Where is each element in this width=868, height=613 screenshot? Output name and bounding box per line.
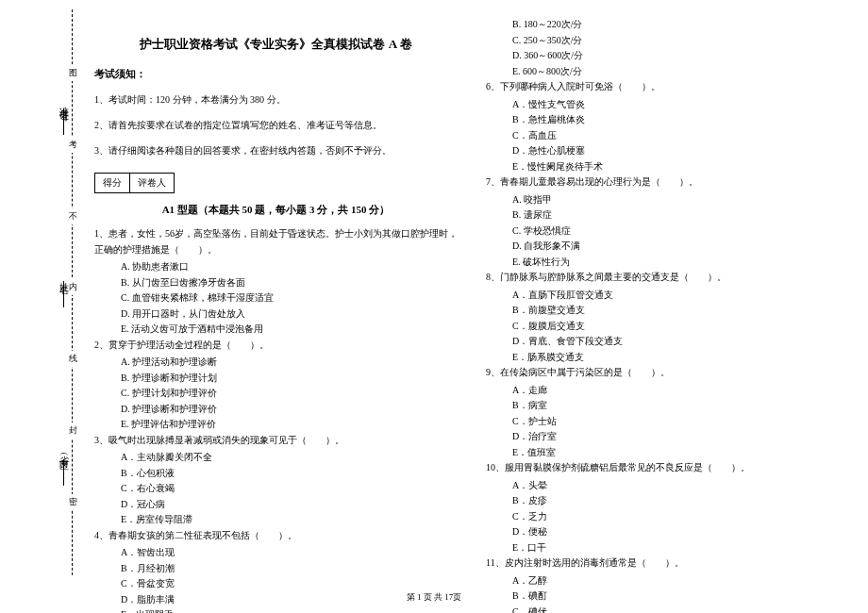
question-option: C．碘伏 bbox=[486, 605, 849, 614]
question-option: B．心包积液 bbox=[94, 466, 458, 482]
section-title: A1 型题（本题共 50 题，每小题 3 分，共 150 分） bbox=[94, 203, 458, 217]
question-option: A．头晕 bbox=[486, 478, 849, 494]
question-option: D．胃底、食管下段交通支 bbox=[486, 334, 849, 350]
grader-cell: 评卷人 bbox=[130, 174, 174, 192]
question-option: A. 协助患者漱口 bbox=[94, 259, 458, 275]
question-option: E．房室传导阻滞 bbox=[94, 512, 458, 528]
question-option: B. 从门齿至臼齿擦净牙齿各面 bbox=[94, 275, 458, 291]
question-option: C. 护理计划和护理评价 bbox=[94, 386, 458, 402]
question-stem: 4、青春期女孩的第二性征表现不包括（ ）。 bbox=[94, 528, 458, 544]
underline bbox=[63, 108, 64, 135]
notice-item: 3、请仔细阅读各种题目的回答要求，在密封线内答题，否则不予评分。 bbox=[94, 143, 458, 157]
question-option: A．智齿出现 bbox=[94, 545, 458, 561]
question-option: E. 活动义齿可放于酒精中浸泡备用 bbox=[94, 322, 458, 338]
question-option: C．护士站 bbox=[486, 414, 849, 430]
question-option: B. 遗尿症 bbox=[486, 207, 849, 224]
score-box: 得分 评卷人 bbox=[94, 173, 175, 193]
question-option: C. 血管钳夹紧棉球，棉球干湿度适宜 bbox=[94, 290, 458, 306]
question-option: E. 破坏性行为 bbox=[486, 255, 849, 271]
question-option: C．腹膜后交通支 bbox=[486, 319, 849, 335]
question-option: E．值班室 bbox=[486, 445, 849, 461]
dash-word: 内 bbox=[69, 279, 77, 295]
question-option: E. 600～800次/分 bbox=[486, 64, 849, 80]
question-option: E．肠系膜交通支 bbox=[486, 350, 849, 366]
binding-dashed-labels: 图 考 不 内 线 封 密 bbox=[66, 0, 79, 613]
exam-title: 护士职业资格考试《专业实务》全真模拟试卷 A 卷 bbox=[94, 36, 458, 53]
score-cell: 得分 bbox=[95, 174, 130, 192]
question-option: E．口干 bbox=[486, 540, 849, 556]
question-option: D. 自我形象不满 bbox=[486, 239, 849, 255]
dash-word: 不 bbox=[69, 208, 77, 224]
question-option: A. 护理活动和护理诊断 bbox=[94, 355, 458, 371]
question-option: C．高血压 bbox=[486, 128, 849, 144]
question-stem: 2、贯穿于护理活动全过程的是（ ）。 bbox=[94, 338, 458, 354]
question-option: C. 250～350次/分 bbox=[486, 33, 849, 49]
question-stem: 6、下列哪种病人入院时可免浴（ ）。 bbox=[486, 79, 849, 95]
question-option: A．乙醇 bbox=[486, 573, 849, 589]
question-option: B．月经初潮 bbox=[94, 561, 458, 577]
question-option: D. 用开口器时，从门齿处放入 bbox=[94, 306, 458, 323]
underline bbox=[63, 281, 64, 307]
question-option: C．右心衰竭 bbox=[94, 481, 458, 497]
dash-word: 图 bbox=[69, 65, 77, 81]
underline bbox=[63, 459, 64, 486]
question-option: D．便秘 bbox=[486, 524, 849, 540]
question-option: C．骨盆变宽 bbox=[94, 576, 458, 592]
left-column: 护士职业资格考试《专业实务》全真模拟试卷 A 卷 考试须知： 1、考试时间：12… bbox=[94, 17, 458, 613]
question-option: B．前腹壁交通支 bbox=[486, 303, 849, 319]
question-option: C. 学校恐惧症 bbox=[486, 224, 849, 240]
question-option: D．治疗室 bbox=[486, 429, 849, 445]
dash-word: 线 bbox=[69, 351, 77, 367]
question-option: E．慢性阑尾炎待手术 bbox=[486, 159, 849, 175]
page-footer: 第 1 页 共 17页 bbox=[0, 591, 868, 604]
question-option: D．急性心肌梗塞 bbox=[486, 143, 849, 159]
dash-word: 考 bbox=[69, 137, 77, 153]
notice-item: 1、考试时间：120 分钟，本卷满分为 380 分。 bbox=[94, 92, 458, 107]
question-option: A．慢性支气管炎 bbox=[486, 97, 849, 113]
question-option: C．乏力 bbox=[486, 509, 849, 525]
question-stem: 7、青春期儿童最容易出现的心理行为是（ ）。 bbox=[486, 174, 849, 191]
question-option: B．急性扁桃体炎 bbox=[486, 112, 849, 128]
question-option: A. 咬指甲 bbox=[486, 192, 849, 208]
question-option: D. 护理诊断和护理评价 bbox=[94, 402, 458, 418]
question-stem: 8、门静脉系与腔静脉系之间最主要的交通支是（ ）。 bbox=[486, 270, 849, 286]
question-option: B．皮疹 bbox=[486, 493, 849, 509]
question-option: D. 360～600次/分 bbox=[486, 48, 849, 64]
notice-item: 2、请首先按要求在试卷的指定位置填写您的姓名、准考证号等信息。 bbox=[94, 118, 458, 132]
question-option: E．出现阴毛 bbox=[94, 607, 458, 613]
question-stem: 9、在传染病区中属于污染区的是（ ）。 bbox=[486, 365, 849, 381]
dash-word: 封 bbox=[69, 422, 77, 439]
question-option: A．直肠下段肛管交通支 bbox=[486, 288, 849, 304]
question-option: B. 180～220次/分 bbox=[486, 17, 849, 33]
question-option: B. 护理诊断和护理计划 bbox=[94, 371, 458, 387]
notice-header: 考试须知： bbox=[94, 67, 458, 81]
question-stem: 3、吸气时出现脉搏显著减弱或消失的现象可见于（ ）。 bbox=[94, 433, 458, 449]
dash-word: 密 bbox=[69, 494, 77, 510]
question-option: A．主动脉瓣关闭不全 bbox=[94, 450, 458, 466]
question-stem: 11、皮内注射时选用的消毒剂通常是（ ）。 bbox=[486, 555, 849, 572]
question-option: E. 护理评估和护理评价 bbox=[94, 417, 458, 433]
question-stem: 1、患者，女性，56岁，高空坠落伤，目前处于昏迷状态。护士小刘为其做口腔护理时，… bbox=[94, 226, 458, 257]
question-stem: 10、服用胃黏膜保护剂硫糖铝后最常见的不良反应是（ ）。 bbox=[486, 460, 849, 476]
right-column: B. 180～220次/分C. 250～350次/分D. 360～600次/分E… bbox=[486, 17, 849, 613]
question-option: D．冠心病 bbox=[94, 497, 458, 513]
question-option: A．走廊 bbox=[486, 383, 849, 399]
question-option: B．病室 bbox=[486, 398, 849, 414]
